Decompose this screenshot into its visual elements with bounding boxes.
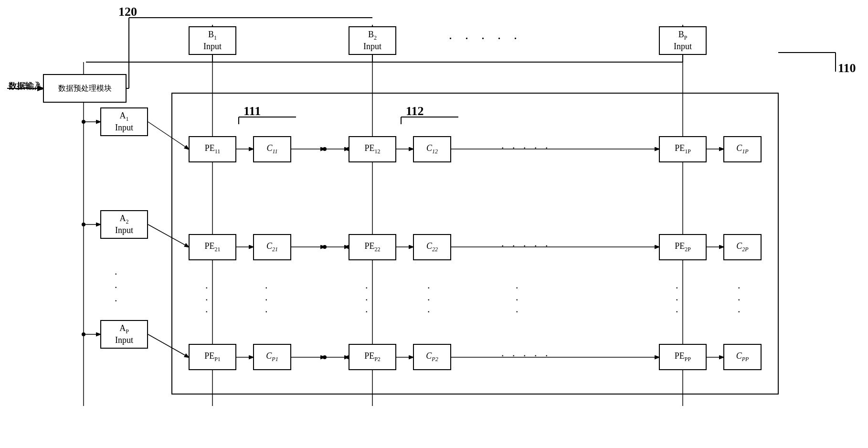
colp-c-dots: ··· xyxy=(738,282,741,318)
preprocess-box: 数据预处理模块 xyxy=(43,74,127,103)
row1-middle-dots: · · · · · xyxy=(501,142,551,154)
C1p-box: C1P xyxy=(723,136,762,162)
PEp1-label: PEP1 xyxy=(204,351,221,363)
C21-label: C21 xyxy=(266,241,278,253)
C12-label: C12 xyxy=(426,143,438,155)
PEpp-label: PEPP xyxy=(675,351,691,363)
svg-line-44 xyxy=(148,122,189,149)
C2p-box: C2P xyxy=(723,234,762,260)
PE12-box: PE12 xyxy=(349,136,396,162)
svg-point-70 xyxy=(323,355,327,359)
C11-box: C11 xyxy=(253,136,291,162)
PE1p-box: PE1P xyxy=(659,136,707,162)
ref-110: 110 xyxy=(838,61,856,75)
Bp-box: BP Input xyxy=(659,26,707,55)
C11-label: C11 xyxy=(266,143,277,155)
B-dots: · · · · · xyxy=(449,31,522,46)
C12-box: C12 xyxy=(413,136,451,162)
A2-label: A2 xyxy=(120,213,129,225)
B1-label: B1 xyxy=(208,30,217,42)
A2-box: A2 Input xyxy=(100,210,148,239)
A1-label: A1 xyxy=(120,111,129,123)
svg-point-69 xyxy=(323,245,327,249)
col1-c-dots: ··· xyxy=(265,282,268,318)
Bp-input: Input xyxy=(674,42,692,52)
PEp2-box: PEP2 xyxy=(349,344,396,370)
preprocess-label: 数据预处理模块 xyxy=(58,84,112,94)
Bp-label: BP xyxy=(678,30,688,42)
A-dots-vertical: ··· xyxy=(115,267,117,308)
PE11-box: PE11 xyxy=(189,136,236,162)
rowp-middle-dots: · · · · · xyxy=(501,350,551,362)
PE1p-label: PE1P xyxy=(675,143,691,155)
Cp2-label: CP2 xyxy=(426,351,438,363)
Cpp-box: CPP xyxy=(723,344,762,370)
diagram: 数据输入 数据预处理模块 120 110 111 112 B1 Input B2… xyxy=(0,0,868,448)
col2-pe-dots: ··· xyxy=(365,282,368,318)
PEp1-box: PEP1 xyxy=(189,344,236,370)
PE12-label: PE12 xyxy=(364,143,380,155)
PE11-label: PE11 xyxy=(205,143,221,155)
B2-input: Input xyxy=(363,42,381,52)
C22-box: C22 xyxy=(413,234,451,260)
Ap-box: AP Input xyxy=(100,320,148,349)
ref-112: 112 xyxy=(406,104,424,118)
Cpp-label: CPP xyxy=(736,351,749,363)
C21-box: C21 xyxy=(253,234,291,260)
svg-line-45 xyxy=(148,224,189,247)
ref-120: 120 xyxy=(118,5,137,19)
PE21-label: PE21 xyxy=(204,241,220,253)
Ap-label: AP xyxy=(119,323,129,335)
Ap-input: Input xyxy=(115,335,133,345)
A2-input: Input xyxy=(115,225,133,235)
svg-line-46 xyxy=(148,334,189,357)
C1p-label: C1P xyxy=(736,143,748,155)
data-input-text: 数据输入 xyxy=(9,80,41,91)
PE21-box: PE21 xyxy=(189,234,236,260)
col2-c-dots: ··· xyxy=(427,282,430,318)
Cp2-box: CP2 xyxy=(413,344,451,370)
PEp2-label: PEP2 xyxy=(364,351,381,363)
ref-111: 111 xyxy=(243,104,261,118)
PE2p-label: PE2P xyxy=(675,241,691,253)
mid-col-dots: ··· xyxy=(516,282,519,318)
B2-box: B2 Input xyxy=(349,26,396,55)
Cp1-box: CP1 xyxy=(253,344,291,370)
row2-middle-dots: · · · · · xyxy=(501,240,551,252)
colp-pe-dots: ··· xyxy=(676,282,678,318)
PE2p-box: PE2P xyxy=(659,234,707,260)
B1-box: B1 Input xyxy=(189,26,236,55)
C2p-label: C2P xyxy=(736,241,748,253)
PEpp-box: PEPP xyxy=(659,344,707,370)
A1-input: Input xyxy=(115,123,133,133)
PE22-box: PE22 xyxy=(349,234,396,260)
B1-input: Input xyxy=(203,42,222,52)
PE22-label: PE22 xyxy=(364,241,380,253)
col1-pe-dots: ··· xyxy=(205,282,208,318)
B2-label: B2 xyxy=(368,30,377,42)
svg-point-68 xyxy=(323,147,327,151)
Cp1-label: CP1 xyxy=(266,351,278,363)
A1-box: A1 Input xyxy=(100,107,148,136)
C22-label: C22 xyxy=(426,241,438,253)
